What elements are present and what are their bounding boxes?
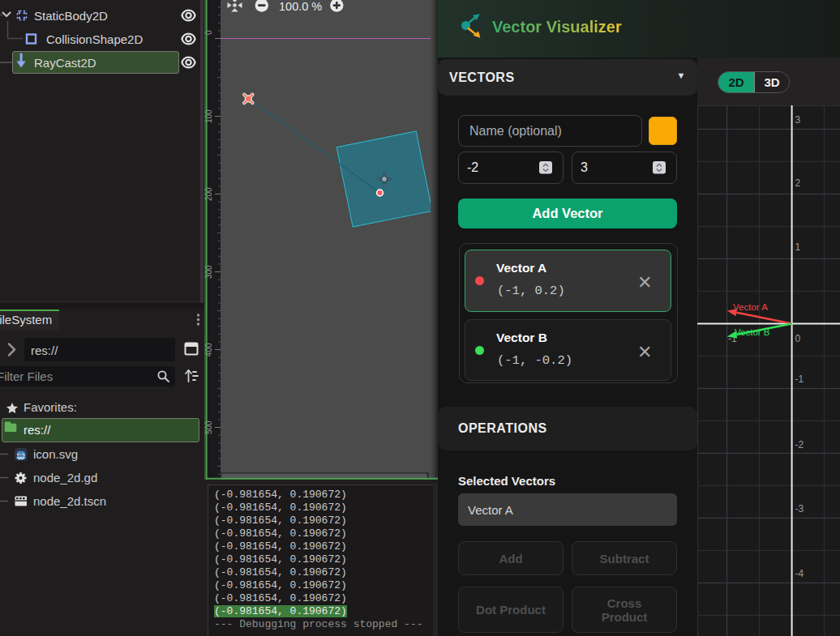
svg-text:Vector B: Vector B	[735, 327, 770, 337]
svg-text:0: 0	[204, 30, 213, 35]
svg-text:1: 1	[795, 241, 801, 253]
svg-text:300: 300	[204, 265, 213, 279]
svg-text:-4: -4	[795, 568, 804, 579]
svg-text:-2: -2	[795, 439, 804, 450]
svg-text:100.0 %: 100.0 %	[279, 0, 322, 13]
svg-text:200: 200	[204, 187, 213, 201]
svg-text:3: 3	[795, 114, 801, 126]
svg-text:400: 400	[204, 343, 213, 356]
svg-text:-3: -3	[795, 503, 804, 514]
svg-text:100: 100	[204, 109, 213, 123]
svg-text:2: 2	[795, 177, 801, 189]
svg-text:500: 500	[204, 420, 213, 434]
svg-text:-1: -1	[795, 373, 804, 385]
svg-text:Vector A: Vector A	[733, 302, 768, 312]
svg-text:0: 0	[795, 333, 801, 344]
